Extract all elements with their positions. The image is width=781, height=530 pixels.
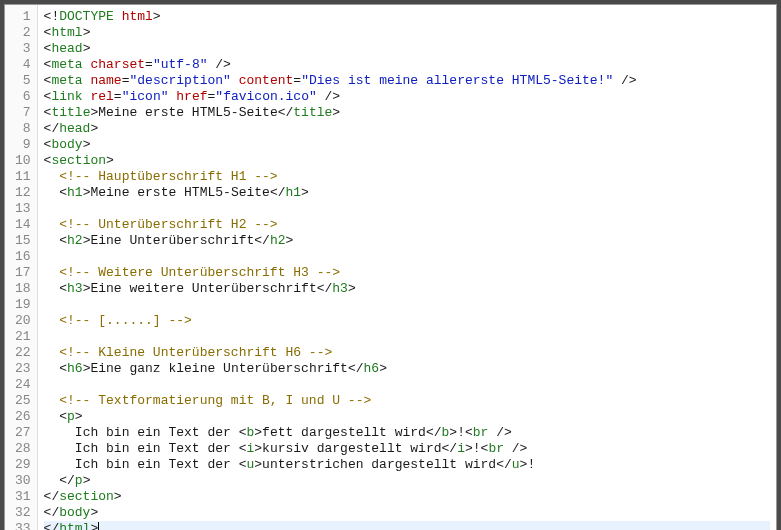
code-line[interactable]	[44, 201, 770, 217]
line-number: 7	[15, 105, 31, 121]
line-number: 10	[15, 153, 31, 169]
code-line[interactable]	[44, 297, 770, 313]
line-number: 17	[15, 265, 31, 281]
code-line[interactable]: <h3>Eine weitere Unterüberschrift</h3>	[44, 281, 770, 297]
line-number: 2	[15, 25, 31, 41]
code-line[interactable]: <h6>Eine ganz kleine Unterüberschrift</h…	[44, 361, 770, 377]
line-number: 12	[15, 185, 31, 201]
line-number: 19	[15, 297, 31, 313]
code-line[interactable]: <section>	[44, 153, 770, 169]
code-line[interactable]: Ich bin ein Text der <b>fett dargestellt…	[44, 425, 770, 441]
code-area[interactable]: <!DOCTYPE html><html><head><meta charset…	[38, 5, 776, 530]
line-number: 13	[15, 201, 31, 217]
code-line[interactable]: <body>	[44, 137, 770, 153]
editor-frame: 1234567891011121314151617181920212223242…	[0, 0, 781, 530]
line-number: 14	[15, 217, 31, 233]
line-number: 22	[15, 345, 31, 361]
line-number: 24	[15, 377, 31, 393]
line-number: 15	[15, 233, 31, 249]
code-line[interactable]: Ich bin ein Text der <i>kursiv dargestel…	[44, 441, 770, 457]
line-number: 33	[15, 521, 31, 530]
line-number: 3	[15, 41, 31, 57]
line-number: 30	[15, 473, 31, 489]
code-line[interactable]: </html>	[44, 521, 770, 530]
code-line[interactable]	[44, 329, 770, 345]
code-line[interactable]: <link rel="icon" href="favicon.ico" />	[44, 89, 770, 105]
code-line[interactable]: </body>	[44, 505, 770, 521]
line-number: 27	[15, 425, 31, 441]
code-line[interactable]: <!-- Textformatierung mit B, I und U -->	[44, 393, 770, 409]
code-editor[interactable]: 1234567891011121314151617181920212223242…	[4, 4, 777, 530]
line-number: 9	[15, 137, 31, 153]
code-line[interactable]: <!-- [......] -->	[44, 313, 770, 329]
line-number: 4	[15, 57, 31, 73]
code-line[interactable]: <p>	[44, 409, 770, 425]
code-line[interactable]: <!DOCTYPE html>	[44, 9, 770, 25]
line-number: 26	[15, 409, 31, 425]
line-number: 23	[15, 361, 31, 377]
code-line[interactable]	[44, 377, 770, 393]
code-line[interactable]: </p>	[44, 473, 770, 489]
code-line[interactable]: </section>	[44, 489, 770, 505]
code-line[interactable]: <html>	[44, 25, 770, 41]
line-number: 20	[15, 313, 31, 329]
line-number: 8	[15, 121, 31, 137]
text-cursor	[98, 522, 99, 530]
line-number: 1	[15, 9, 31, 25]
code-line[interactable]: <meta name="description" content="Dies i…	[44, 73, 770, 89]
code-line[interactable]: <!-- Unterüberschrift H2 -->	[44, 217, 770, 233]
line-number-gutter: 1234567891011121314151617181920212223242…	[5, 5, 38, 530]
line-number: 29	[15, 457, 31, 473]
code-line[interactable]: <!-- Hauptüberschrift H1 -->	[44, 169, 770, 185]
line-number: 28	[15, 441, 31, 457]
line-number: 25	[15, 393, 31, 409]
line-number: 5	[15, 73, 31, 89]
line-number: 32	[15, 505, 31, 521]
code-line[interactable]: <!-- Kleine Unterüberschrift H6 -->	[44, 345, 770, 361]
code-line[interactable]: <head>	[44, 41, 770, 57]
line-number: 16	[15, 249, 31, 265]
code-line[interactable]: <meta charset="utf-8" />	[44, 57, 770, 73]
line-number: 18	[15, 281, 31, 297]
line-number: 6	[15, 89, 31, 105]
line-number: 21	[15, 329, 31, 345]
code-line[interactable]: <h2>Eine Unterüberschrift</h2>	[44, 233, 770, 249]
line-number: 31	[15, 489, 31, 505]
code-line[interactable]: Ich bin ein Text der <u>unterstrichen da…	[44, 457, 770, 473]
line-number: 11	[15, 169, 31, 185]
code-line[interactable]: <title>Meine erste HTML5-Seite</title>	[44, 105, 770, 121]
code-line[interactable]: <h1>Meine erste HTML5-Seite</h1>	[44, 185, 770, 201]
code-line[interactable]: <!-- Weitere Unterüberschrift H3 -->	[44, 265, 770, 281]
code-line[interactable]: </head>	[44, 121, 770, 137]
code-line[interactable]	[44, 249, 770, 265]
